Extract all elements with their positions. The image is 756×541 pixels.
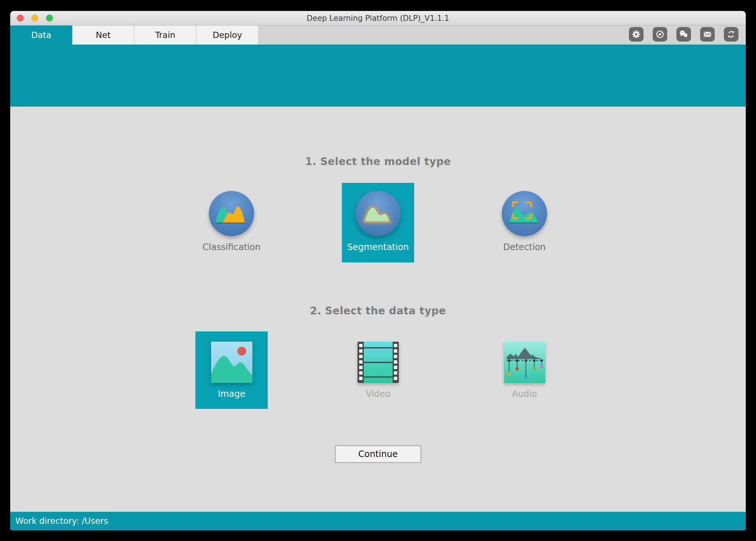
option-audio[interactable]: Audio: [488, 331, 561, 409]
image-icon: [211, 342, 252, 383]
wechat-icon: [678, 29, 689, 40]
title-bar: Deep Learning Platform (DLP)_V1.1.1: [10, 11, 746, 26]
window-title: Deep Learning Platform (DLP)_V1.1.1: [10, 11, 746, 26]
main-content: 1. Select the model type Classification: [10, 107, 746, 512]
segmentation-icon: [355, 191, 401, 236]
mail-button[interactable]: [700, 27, 715, 42]
toolbar: [629, 27, 738, 42]
classification-label: Classification: [195, 242, 268, 252]
mail-icon: [702, 29, 713, 40]
compass-button[interactable]: [653, 27, 667, 42]
image-label: Image: [195, 389, 268, 399]
model-type-heading: 1. Select the model type: [10, 156, 746, 168]
option-image[interactable]: Image: [195, 331, 268, 409]
data-type-heading: 2. Select the data type: [10, 305, 746, 317]
compass-icon: [654, 29, 665, 40]
wechat-button[interactable]: [676, 27, 691, 42]
tab-train[interactable]: Train: [134, 26, 196, 45]
status-bar: Work directory: /Users: [10, 512, 746, 530]
option-video[interactable]: Video: [342, 331, 414, 409]
tab-data[interactable]: Data: [10, 26, 72, 45]
detection-icon: [502, 191, 547, 236]
sync-button[interactable]: [724, 27, 738, 42]
option-detection[interactable]: Detection: [488, 183, 561, 262]
option-segmentation[interactable]: Segmentation: [342, 183, 414, 262]
video-icon: [358, 342, 399, 383]
video-label: Video: [342, 389, 414, 399]
continue-button[interactable]: Continue: [335, 445, 421, 463]
sync-icon: [726, 29, 737, 40]
work-directory-text: Work directory: /Users: [15, 516, 108, 526]
settings-button[interactable]: [629, 27, 644, 42]
detection-label: Detection: [488, 242, 561, 252]
audio-label: Audio: [488, 389, 561, 399]
tab-deploy[interactable]: Deploy: [196, 26, 259, 45]
app-window: Deep Learning Platform (DLP)_V1.1.1 Data…: [10, 11, 746, 530]
tab-net[interactable]: Net: [72, 26, 134, 45]
audio-icon: [504, 342, 545, 383]
classification-icon: [209, 191, 254, 236]
option-classification[interactable]: Classification: [195, 183, 268, 262]
header-band: [10, 45, 746, 107]
gear-icon: [631, 29, 642, 40]
segmentation-label: Segmentation: [342, 242, 414, 252]
